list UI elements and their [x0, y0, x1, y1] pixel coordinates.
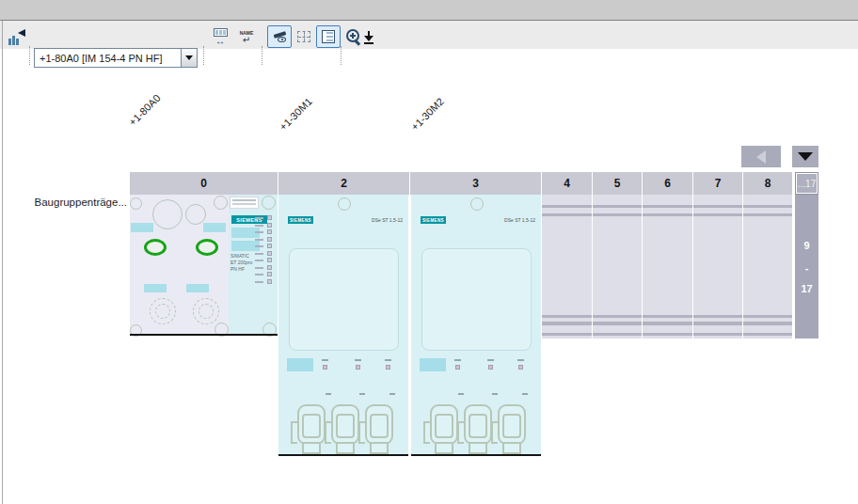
device-tag-label: +1-30M1 — [278, 96, 314, 133]
expand-slots-button[interactable] — [792, 146, 818, 167]
led — [267, 215, 272, 220]
starter-type-label: DSe ST 1,5-12 — [372, 217, 403, 223]
download-icon[interactable] — [361, 27, 376, 48]
terminal-label — [389, 393, 395, 395]
table-view-icon[interactable] — [316, 25, 341, 48]
mounting-hole — [338, 197, 351, 211]
slot-header-8[interactable]: 8 — [743, 172, 792, 195]
left-triangle-icon — [756, 150, 766, 164]
round-opening — [185, 204, 206, 225]
led — [267, 251, 272, 256]
grid-glyph — [297, 31, 310, 42]
terminal-label — [458, 393, 464, 395]
label-chip — [131, 223, 153, 232]
connector-foot — [502, 442, 521, 454]
empty-slot-7[interactable] — [693, 195, 742, 339]
module-baseline — [411, 454, 541, 456]
toolbar-separator — [262, 46, 262, 65]
socket-connector — [498, 404, 526, 445]
starter-cover — [421, 248, 532, 351]
terminal-label — [326, 393, 331, 395]
pane-left-border — [2, 21, 3, 504]
led-label — [517, 359, 524, 361]
show-labels-icon[interactable] — [267, 25, 292, 48]
socket-connector — [331, 404, 359, 445]
empty-slot-4[interactable] — [542, 195, 592, 339]
led — [267, 229, 272, 234]
led — [267, 265, 272, 270]
mounting-hole — [262, 196, 276, 210]
empty-slot-6[interactable] — [643, 195, 692, 339]
led-label — [385, 359, 391, 361]
device-selector-dropdown[interactable]: +1-80A0 [IM 154-4 PN HF] — [34, 48, 198, 68]
label-chip — [144, 284, 167, 292]
socket-connector — [464, 404, 492, 445]
connector-tab — [423, 421, 430, 444]
connector-tab — [457, 421, 464, 444]
led-row — [255, 237, 276, 243]
slot-header-7[interactable]: 7 — [693, 172, 742, 195]
led — [267, 244, 272, 248]
horizontal-arrow-glyph: ↔ — [214, 37, 228, 45]
led-label — [454, 359, 461, 361]
power-connector-inner — [199, 304, 214, 319]
toolbar-separator — [203, 46, 204, 65]
led-row — [255, 215, 276, 221]
label-chip — [186, 284, 209, 292]
device-view-toolbar: +1-80A0 [IM 154-4 PN HF] ↔ NAME ↵ — [0, 21, 858, 49]
label-chip — [203, 223, 226, 232]
device-tag-label: +1-80A0 — [127, 92, 163, 128]
connector-foot — [336, 442, 355, 454]
siemens-logo: SIEMENS — [421, 216, 446, 224]
slot-header-6[interactable]: 6 — [643, 172, 692, 195]
module-im154[interactable]: SIEMENS SIMATIC ET 200pro PN HF — [130, 195, 278, 336]
dropdown-arrow-button[interactable] — [181, 49, 197, 67]
profinet-port-1 — [144, 239, 167, 256]
slot-header-0[interactable]: 0 — [130, 172, 278, 195]
module-baseline — [278, 454, 408, 456]
connector-tab — [325, 421, 331, 444]
label-chip — [420, 358, 446, 371]
empty-slot-8[interactable] — [743, 195, 792, 339]
rename-device-icon[interactable]: NAME ↵ — [235, 26, 258, 47]
connector-tab — [491, 421, 498, 444]
connector-foot — [469, 442, 487, 454]
scroll-left-button[interactable] — [741, 146, 781, 167]
toolbar-separator — [341, 46, 342, 65]
grid-toggle-icon[interactable] — [293, 26, 315, 47]
slot-header-3[interactable]: 3 — [410, 172, 541, 195]
title-band — [0, 0, 858, 21]
led-row — [255, 223, 276, 228]
slot-header-2[interactable]: 2 — [278, 172, 409, 195]
range-top: 9 — [795, 240, 818, 251]
im-product-text: SIMATIC ET 200pro PN HF — [230, 253, 252, 273]
socket-connector — [297, 404, 326, 445]
return-arrow-glyph: ↵ — [240, 36, 254, 44]
led — [386, 365, 390, 370]
slot-header-5[interactable]: 5 — [593, 172, 642, 195]
terminal-label — [492, 393, 498, 395]
module-starter-2[interactable]: SIEMENS DSe ST 1,5-12 — [411, 195, 541, 456]
slot-header-overflow[interactable]: ...17 — [795, 172, 818, 195]
rack-width-icon[interactable]: ↔ — [209, 26, 231, 47]
eye-pupil-glyph — [281, 39, 283, 40]
device-selector-value: +1-80A0 [IM 154-4 PN HF] — [35, 53, 181, 64]
led-row — [255, 265, 276, 271]
siemens-logo: SIEMENS — [288, 216, 313, 224]
led — [267, 279, 272, 284]
device-tag-label: +1-30M2 — [409, 96, 446, 133]
led — [267, 223, 272, 228]
device-overview-icon[interactable] — [3, 26, 25, 47]
slot-header-4[interactable]: 4 — [542, 172, 592, 195]
range-dash: - — [795, 262, 818, 274]
connector-tab — [291, 421, 297, 444]
led-label — [355, 359, 361, 361]
chevron-down-icon — [185, 55, 193, 60]
led-row — [255, 279, 276, 285]
empty-slot-5[interactable] — [593, 195, 642, 339]
magnifier-handle-glyph — [355, 39, 360, 45]
collapsed-slots-column[interactable]: 9 - 17 — [795, 195, 818, 339]
led-row — [255, 258, 276, 263]
led — [518, 365, 523, 370]
module-starter-1[interactable]: SIEMENS DSe ST 1,5-12 — [278, 195, 408, 456]
